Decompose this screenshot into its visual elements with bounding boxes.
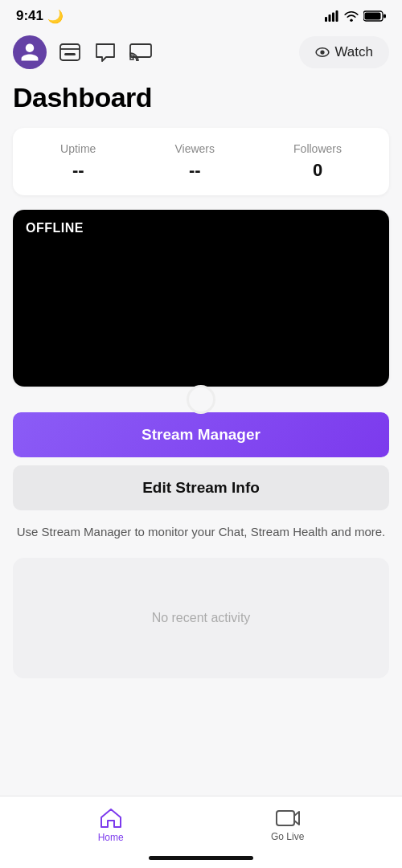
stats-card: Uptime -- Viewers -- Followers 0 (13, 128, 389, 195)
svg-rect-3 (336, 10, 338, 22)
stream-manager-button[interactable]: Stream Manager (13, 412, 389, 457)
bottom-nav: Home Go Live (0, 796, 402, 868)
edit-stream-button[interactable]: Edit Stream Info (13, 465, 389, 510)
avatar[interactable] (13, 35, 47, 69)
followers-label: Followers (293, 142, 342, 155)
stream-description: Use Stream Manager to monitor your Chat,… (0, 510, 402, 547)
preview-transition (0, 385, 402, 414)
svg-rect-1 (329, 14, 331, 22)
uptime-stat: Uptime -- (60, 142, 96, 181)
svg-rect-5 (365, 13, 381, 20)
nav-golive[interactable]: Go Live (255, 805, 320, 845)
status-bar: 9:41 🌙 (0, 0, 402, 29)
viewers-label: Viewers (174, 142, 215, 155)
page-title: Dashboard (0, 77, 402, 128)
preview-card: OFFLINE (13, 210, 389, 387)
viewers-stat: Viewers -- (174, 142, 215, 181)
watch-button[interactable]: Watch (299, 36, 389, 68)
wifi-icon (344, 10, 359, 22)
uptime-label: Uptime (60, 142, 96, 155)
svg-rect-0 (325, 17, 327, 22)
status-icons (325, 10, 386, 22)
home-indicator (0, 851, 402, 868)
inbox-icon[interactable] (58, 40, 82, 64)
chat-icon[interactable] (93, 40, 117, 64)
offline-preview: OFFLINE (13, 210, 389, 387)
no-activity-label: No recent activity (152, 611, 251, 625)
uptime-value: -- (72, 160, 84, 181)
viewers-value: -- (189, 160, 201, 181)
header: Watch (0, 29, 402, 77)
eye-icon (315, 47, 330, 58)
home-bar (149, 856, 253, 860)
svg-point-11 (321, 50, 325, 54)
home-icon (100, 808, 122, 829)
followers-stat: Followers 0 (293, 142, 342, 181)
moon-icon: 🌙 (47, 9, 64, 24)
offline-badge: OFFLINE (26, 221, 84, 235)
svg-rect-12 (277, 811, 294, 825)
user-icon (19, 42, 40, 63)
svg-rect-6 (384, 14, 386, 18)
followers-value: 0 (313, 160, 322, 181)
status-time: 9:41 (16, 8, 43, 24)
signal-icon (325, 10, 339, 22)
home-label: Home (98, 832, 124, 843)
activity-card: No recent activity (13, 558, 389, 678)
golive-icon (276, 809, 300, 828)
svg-rect-8 (64, 53, 76, 55)
golive-label: Go Live (271, 831, 304, 842)
nav-home[interactable]: Home (82, 805, 140, 846)
cast-icon[interactable] (129, 40, 153, 64)
svg-rect-2 (332, 13, 334, 23)
header-left (13, 35, 153, 69)
bubble (187, 385, 215, 414)
svg-rect-7 (60, 44, 80, 60)
battery-icon (363, 10, 386, 22)
